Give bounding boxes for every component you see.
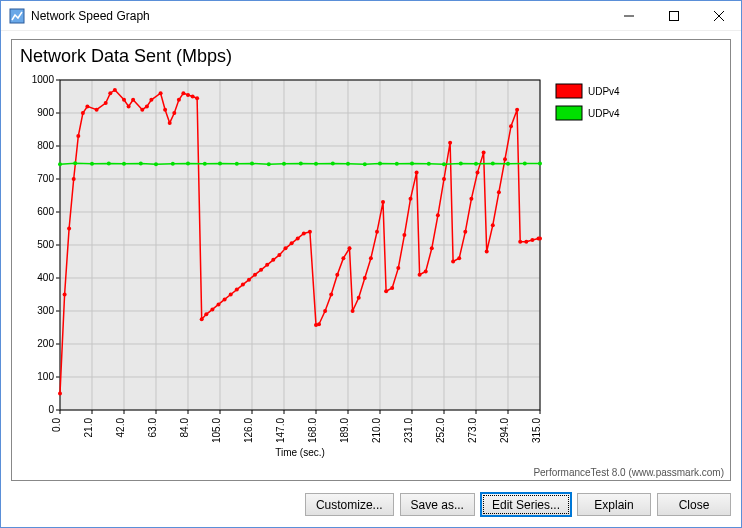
svg-point-121 bbox=[241, 283, 245, 287]
svg-point-160 bbox=[463, 230, 467, 234]
svg-point-93 bbox=[81, 111, 85, 115]
svg-point-197 bbox=[410, 162, 414, 166]
svg-point-180 bbox=[139, 162, 143, 166]
svg-text:84.0: 84.0 bbox=[179, 418, 190, 438]
svg-text:400: 400 bbox=[37, 272, 54, 283]
svg-point-132 bbox=[308, 230, 312, 234]
svg-point-140 bbox=[351, 309, 355, 313]
svg-text:315.0: 315.0 bbox=[531, 418, 542, 443]
svg-text:21.0: 21.0 bbox=[83, 418, 94, 438]
svg-rect-2 bbox=[669, 11, 678, 20]
chart-frame: Network Data Sent (Mbps) 010020030040050… bbox=[11, 39, 731, 481]
svg-point-185 bbox=[218, 162, 222, 166]
svg-text:Time (sec.): Time (sec.) bbox=[275, 447, 325, 458]
svg-point-181 bbox=[154, 162, 158, 166]
svg-text:210.0: 210.0 bbox=[371, 418, 382, 443]
svg-point-141 bbox=[357, 296, 361, 300]
svg-text:168.0: 168.0 bbox=[307, 418, 318, 443]
svg-point-156 bbox=[442, 177, 446, 181]
svg-point-172 bbox=[530, 238, 534, 242]
save-as-button[interactable]: Save as... bbox=[400, 493, 475, 516]
svg-point-174 bbox=[538, 236, 542, 240]
svg-point-150 bbox=[409, 197, 413, 201]
minimize-button[interactable] bbox=[606, 1, 651, 30]
svg-text:500: 500 bbox=[37, 239, 54, 250]
svg-text:0: 0 bbox=[48, 404, 54, 415]
svg-point-109 bbox=[177, 98, 181, 102]
svg-point-158 bbox=[451, 260, 455, 264]
svg-text:UDPv4: UDPv4 bbox=[588, 108, 620, 119]
svg-point-107 bbox=[168, 121, 172, 125]
svg-point-179 bbox=[122, 162, 126, 166]
svg-point-112 bbox=[191, 95, 195, 99]
svg-point-128 bbox=[284, 246, 288, 250]
svg-point-155 bbox=[436, 213, 440, 217]
svg-point-195 bbox=[378, 162, 382, 166]
svg-point-108 bbox=[172, 111, 176, 115]
svg-point-101 bbox=[131, 98, 135, 102]
svg-text:600: 600 bbox=[37, 206, 54, 217]
svg-point-102 bbox=[140, 108, 144, 112]
chart-title: Network Data Sent (Mbps) bbox=[12, 40, 730, 69]
svg-text:900: 900 bbox=[37, 107, 54, 118]
svg-point-204 bbox=[523, 162, 527, 166]
svg-point-129 bbox=[290, 241, 294, 245]
svg-text:0.0: 0.0 bbox=[51, 418, 62, 432]
svg-point-110 bbox=[181, 91, 185, 95]
close-window-button[interactable] bbox=[696, 1, 741, 30]
svg-point-168 bbox=[509, 124, 513, 128]
svg-point-178 bbox=[107, 162, 111, 166]
svg-point-159 bbox=[457, 256, 461, 260]
svg-point-134 bbox=[317, 322, 321, 326]
svg-point-135 bbox=[323, 309, 327, 313]
svg-point-125 bbox=[265, 263, 269, 267]
svg-point-127 bbox=[277, 253, 281, 257]
svg-point-191 bbox=[314, 162, 318, 166]
svg-text:42.0: 42.0 bbox=[115, 418, 126, 438]
svg-text:1000: 1000 bbox=[32, 74, 55, 85]
svg-point-139 bbox=[348, 246, 352, 250]
svg-point-117 bbox=[217, 302, 221, 306]
svg-point-163 bbox=[482, 151, 486, 155]
svg-point-88 bbox=[58, 392, 62, 396]
svg-point-153 bbox=[424, 269, 428, 273]
svg-point-171 bbox=[524, 240, 528, 244]
svg-point-114 bbox=[200, 317, 204, 321]
svg-text:252.0: 252.0 bbox=[435, 418, 446, 443]
svg-point-131 bbox=[302, 231, 306, 235]
svg-text:UDPv4: UDPv4 bbox=[588, 86, 620, 97]
svg-point-99 bbox=[122, 98, 126, 102]
svg-point-120 bbox=[235, 288, 239, 292]
svg-point-199 bbox=[442, 162, 446, 166]
close-button[interactable]: Close bbox=[657, 493, 731, 516]
svg-point-106 bbox=[163, 108, 167, 112]
explain-button[interactable]: Explain bbox=[577, 493, 651, 516]
svg-point-167 bbox=[503, 157, 507, 161]
app-icon bbox=[9, 8, 25, 24]
svg-point-122 bbox=[247, 278, 251, 282]
svg-point-97 bbox=[108, 91, 112, 95]
svg-point-92 bbox=[76, 134, 80, 138]
svg-text:63.0: 63.0 bbox=[147, 418, 158, 438]
svg-point-94 bbox=[85, 104, 89, 108]
svg-text:189.0: 189.0 bbox=[339, 418, 350, 443]
maximize-button[interactable] bbox=[651, 1, 696, 30]
svg-text:273.0: 273.0 bbox=[467, 418, 478, 443]
svg-point-143 bbox=[369, 256, 373, 260]
svg-point-154 bbox=[430, 246, 434, 250]
svg-point-96 bbox=[104, 101, 108, 105]
svg-point-144 bbox=[375, 230, 379, 234]
svg-point-198 bbox=[427, 162, 431, 166]
svg-rect-209 bbox=[556, 106, 582, 120]
svg-point-161 bbox=[469, 197, 473, 201]
svg-point-194 bbox=[363, 162, 367, 166]
svg-point-182 bbox=[171, 162, 175, 166]
svg-point-175 bbox=[58, 162, 62, 166]
svg-point-201 bbox=[474, 162, 478, 166]
customize-button[interactable]: Customize... bbox=[305, 493, 394, 516]
svg-point-118 bbox=[223, 297, 227, 301]
svg-point-193 bbox=[346, 162, 350, 166]
edit-series-button[interactable]: Edit Series... bbox=[481, 493, 571, 516]
titlebar: Network Speed Graph bbox=[1, 1, 741, 31]
svg-point-145 bbox=[381, 200, 385, 204]
